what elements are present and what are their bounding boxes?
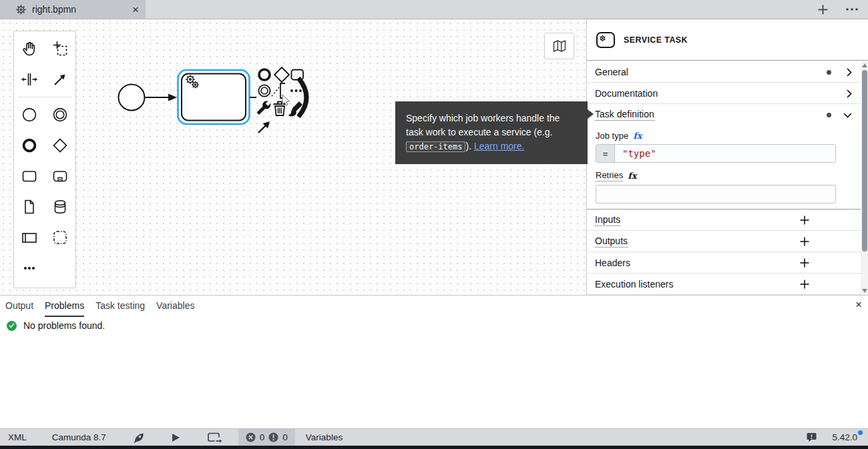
more-actions-button[interactable] [290, 89, 302, 92]
tab-task-testing[interactable]: Task testing [95, 298, 145, 317]
palette-separator [18, 97, 71, 97]
problems-message-text: No problems found. [23, 320, 105, 331]
scroll-up-arrow[interactable] [862, 63, 867, 67]
delete-trash-button[interactable] [274, 102, 286, 116]
append-gateway-button[interactable] [274, 67, 289, 82]
context-pad [257, 67, 307, 133]
feel-fx-icon[interactable]: fx [633, 131, 642, 141]
problems-message: No problems found. [7, 320, 105, 331]
retries-input[interactable] [596, 185, 836, 203]
version-indicator[interactable]: 5.42.0 [825, 429, 868, 446]
hand-tool[interactable] [14, 33, 45, 64]
new-tab-plus-icon[interactable] [818, 5, 828, 15]
warning-count-icon [268, 432, 278, 442]
create-start-event[interactable] [14, 99, 45, 130]
feel-equals-prefix: = [596, 145, 615, 162]
bpmn-file-gear-icon [16, 5, 26, 15]
retries-label: Retries fx [596, 170, 836, 181]
properties-scrollbar[interactable] [861, 61, 868, 295]
job-type-value[interactable]: "type" [615, 145, 656, 162]
problems-counter[interactable]: 0 0 [238, 429, 295, 446]
section-headers[interactable]: Headers [587, 252, 868, 274]
create-end-event[interactable] [14, 130, 45, 161]
section-label: General [595, 67, 628, 77]
tooltip-text: Specify which job workers handle the tas… [406, 113, 560, 137]
section-documentation[interactable]: Documentation [587, 83, 868, 104]
task-definition-content: Job type fx = "type" Retries fx [587, 126, 868, 209]
add-output-plus-icon[interactable] [800, 237, 809, 246]
tab-output[interactable]: Output [5, 298, 33, 317]
map-icon [552, 39, 568, 53]
more-elements-button[interactable] [14, 253, 45, 284]
warning-count: 0 [282, 432, 288, 442]
section-outputs[interactable]: Outputs [587, 231, 868, 252]
create-data-store[interactable] [45, 191, 75, 222]
tab-bar: right.bpmn × [0, 0, 868, 19]
tab-title: right.bpmn [32, 4, 76, 15]
section-execution-listeners[interactable]: Execution listeners [587, 274, 868, 295]
change-type-wrench-button[interactable] [257, 101, 271, 115]
section-label: Execution listeners [595, 279, 674, 290]
append-end-event-button[interactable] [259, 69, 270, 80]
properties-panel-header: SERVICE TASK [587, 20, 868, 61]
xml-toggle[interactable]: XML [0, 429, 35, 446]
open-play-mode-icon[interactable] [199, 429, 230, 446]
scroll-down-arrow[interactable] [862, 289, 867, 293]
global-connect-tool[interactable] [45, 64, 75, 95]
sequence-flow[interactable] [145, 94, 177, 101]
lasso-tool[interactable] [45, 33, 75, 64]
add-execution-listener-plus-icon[interactable] [800, 280, 809, 289]
minimap-toggle-button[interactable] [544, 33, 574, 59]
overflow-dots-icon[interactable] [845, 7, 859, 11]
chevron-right-icon [847, 68, 852, 77]
deploy-rocket-icon[interactable] [125, 429, 153, 446]
tab-right-bpmn[interactable]: right.bpmn × [0, 0, 146, 19]
add-header-plus-icon[interactable] [800, 258, 809, 268]
create-intermediate-event[interactable] [45, 99, 75, 130]
task-definition-tooltip: Specify which job workers handle the tas… [395, 101, 588, 164]
section-label: Documentation [595, 88, 658, 99]
chevron-down-icon [843, 113, 852, 118]
create-data-object[interactable] [14, 191, 45, 222]
create-subprocess[interactable] [45, 161, 75, 191]
version-text: 5.42.0 [832, 432, 857, 442]
engine-version-selector[interactable]: Camunda 8.7 [44, 429, 114, 446]
create-group[interactable] [45, 222, 75, 253]
window-bottom-edge [0, 446, 868, 449]
section-data-dot [827, 113, 831, 117]
element-type-label: SERVICE TASK [624, 35, 688, 45]
connect-arrow-button[interactable] [258, 121, 270, 133]
job-type-input[interactable]: = "type" [596, 144, 836, 163]
bottom-panel: Output Problems Task testing Variables ×… [0, 295, 868, 428]
space-tool[interactable] [14, 64, 45, 95]
section-label: Headers [595, 258, 630, 268]
tab-problems[interactable]: Problems [45, 298, 84, 317]
scrollbar-thumb[interactable] [862, 70, 867, 252]
section-inputs[interactable]: Inputs [587, 209, 868, 231]
tooltip-text-after: ). [465, 141, 473, 151]
create-gateway[interactable] [45, 130, 75, 161]
append-intermediate-event-button[interactable] [258, 85, 270, 96]
create-task[interactable] [14, 161, 45, 191]
bottom-panel-close-icon[interactable]: × [855, 299, 862, 310]
section-general[interactable]: General [587, 61, 868, 83]
variables-toggle[interactable]: Variables [298, 429, 351, 446]
add-input-plus-icon[interactable] [800, 215, 809, 225]
create-participant[interactable] [14, 222, 45, 253]
properties-panel: SERVICE TASK General Documentation Task … [587, 20, 868, 295]
feel-fx-icon[interactable]: fx [628, 171, 636, 181]
start-instance-play-icon[interactable] [164, 429, 188, 446]
mouse-cursor [282, 95, 290, 105]
section-data-dot [827, 70, 831, 75]
palette [13, 31, 76, 288]
learn-more-link[interactable]: Learn more. [474, 141, 524, 151]
status-bar: XML Camunda 8.7 [0, 428, 868, 446]
tab-close-icon[interactable]: × [132, 4, 139, 15]
start-event-shape[interactable] [119, 85, 145, 111]
section-label: Task definition [595, 109, 654, 121]
tab-variables[interactable]: Variables [156, 298, 194, 317]
section-task-definition[interactable]: Task definition [587, 104, 868, 125]
error-count-icon [246, 432, 256, 442]
feedback-bubble-icon[interactable] [798, 429, 825, 446]
service-task-shape[interactable] [178, 70, 257, 124]
